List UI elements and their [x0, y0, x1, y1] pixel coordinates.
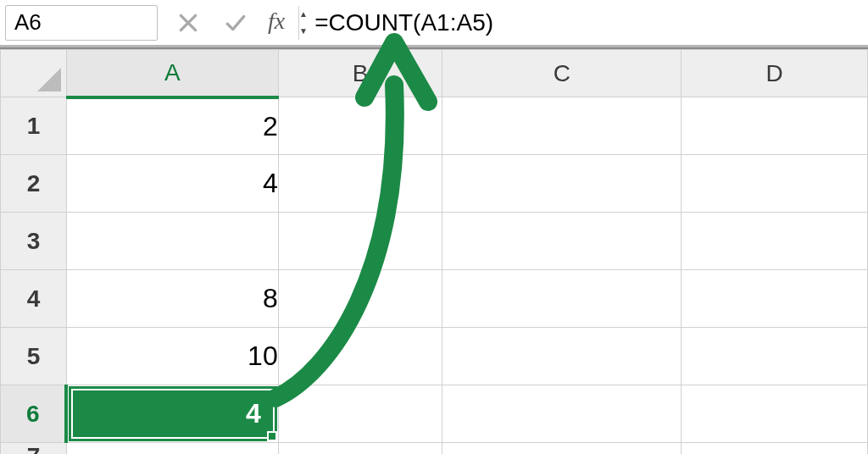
- cell-C7[interactable]: [442, 443, 682, 455]
- cell-B5[interactable]: [278, 328, 442, 385]
- corner-triangle-icon: [37, 68, 61, 91]
- cell-B6[interactable]: [278, 385, 442, 443]
- column-header-C[interactable]: C: [442, 50, 682, 97]
- cell-C1[interactable]: [442, 97, 682, 155]
- cell-D3[interactable]: [682, 213, 868, 270]
- name-box-input[interactable]: [6, 9, 298, 36]
- selected-cell[interactable]: 4: [71, 389, 274, 439]
- formula-input[interactable]: [313, 8, 863, 37]
- cell-A2[interactable]: 4: [66, 155, 278, 213]
- cell-A5[interactable]: 10: [66, 328, 278, 385]
- cell-C6[interactable]: [442, 385, 682, 443]
- cell-A4[interactable]: 8: [66, 270, 278, 328]
- row-header-2[interactable]: 2: [1, 155, 67, 213]
- cell-A3[interactable]: [66, 213, 278, 270]
- column-header-B[interactable]: B: [278, 50, 442, 97]
- cell-B1[interactable]: [278, 97, 442, 155]
- cell-C4[interactable]: [442, 270, 682, 328]
- select-all-corner[interactable]: [1, 50, 67, 97]
- row-header-4[interactable]: 4: [1, 270, 67, 328]
- cell-A6[interactable]: 4: [66, 385, 278, 443]
- table-row: 4 8: [1, 270, 868, 328]
- cell-D6[interactable]: [682, 385, 868, 443]
- column-header-A[interactable]: A: [66, 50, 278, 97]
- confirm-button[interactable]: [219, 6, 253, 40]
- row-header-7[interactable]: 7: [1, 443, 67, 455]
- cell-A7[interactable]: [66, 443, 278, 455]
- cell-B3[interactable]: [278, 213, 442, 270]
- close-icon: [177, 12, 199, 34]
- cell-B7[interactable]: [278, 443, 442, 455]
- cell-B2[interactable]: [278, 155, 442, 213]
- table-row: 7: [1, 443, 868, 455]
- fx-label[interactable]: fx: [268, 8, 285, 35]
- fill-handle[interactable]: [267, 431, 277, 441]
- cell-A1[interactable]: 2: [66, 97, 278, 155]
- column-headers: A B C D: [1, 50, 868, 97]
- row-header-5[interactable]: 5: [1, 328, 67, 385]
- row-header-1[interactable]: 1: [1, 97, 67, 155]
- stepper-down-icon[interactable]: ▼: [299, 23, 308, 40]
- name-box-stepper[interactable]: ▲ ▼: [298, 6, 308, 40]
- table-row: 1 2: [1, 97, 868, 155]
- table-row: 3: [1, 213, 868, 270]
- formula-bar: ▲ ▼ fx: [0, 0, 868, 47]
- spreadsheet-grid: A B C D 1 2 2 4 3 4 8: [0, 47, 868, 454]
- check-icon: [225, 12, 247, 34]
- cell-C2[interactable]: [442, 155, 682, 213]
- cell-B4[interactable]: [278, 270, 442, 328]
- name-box[interactable]: ▲ ▼: [5, 5, 158, 41]
- table-row: 6 4: [1, 385, 868, 443]
- selected-cell-value: 4: [246, 398, 261, 429]
- table-row: 2 4: [1, 155, 868, 213]
- cell-D1[interactable]: [682, 97, 868, 155]
- column-header-D[interactable]: D: [682, 50, 868, 97]
- table-row: 5 10: [1, 328, 868, 385]
- cell-D2[interactable]: [682, 155, 868, 213]
- cell-C3[interactable]: [442, 213, 682, 270]
- cell-D5[interactable]: [682, 328, 868, 385]
- row-header-3[interactable]: 3: [1, 213, 67, 270]
- cell-C5[interactable]: [442, 328, 682, 385]
- divider: [298, 9, 299, 36]
- cell-D7[interactable]: [682, 443, 868, 455]
- stepper-up-icon[interactable]: ▲: [299, 6, 308, 23]
- cell-D4[interactable]: [682, 270, 868, 328]
- row-header-6[interactable]: 6: [1, 385, 67, 443]
- cancel-button[interactable]: [171, 6, 205, 40]
